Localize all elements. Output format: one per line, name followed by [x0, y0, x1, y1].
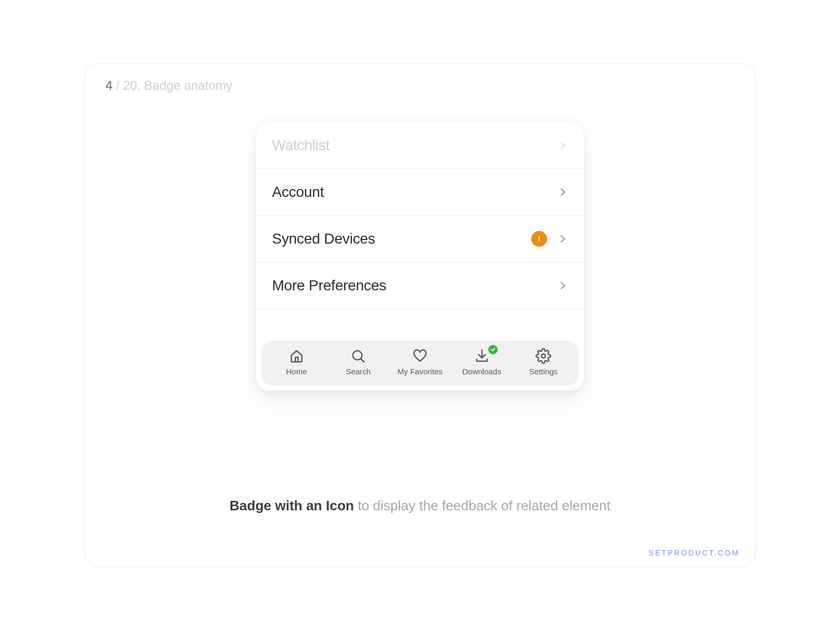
tab-search[interactable]: Search [328, 348, 390, 376]
row-trailing [531, 231, 568, 247]
list-row-more-preferences[interactable]: More Preferences [256, 262, 584, 309]
list-row-label: Synced Devices [272, 230, 375, 247]
tab-label: My Favorites [397, 367, 443, 376]
breadcrumb: 4 / 20. Badge anatomy [106, 78, 233, 93]
chevron-right-icon [556, 233, 568, 245]
breadcrumb-total: 20. Badge anatomy [123, 78, 232, 92]
list-row-account[interactable]: Account [256, 169, 584, 216]
watermark: SETPRODUCT.COM [649, 549, 740, 557]
heart-icon [412, 348, 428, 364]
list-row-synced-devices[interactable]: Synced Devices [256, 216, 584, 262]
tab-label: Settings [529, 367, 558, 376]
slide-canvas: 4 / 20. Badge anatomy Watchlist Account … [84, 63, 756, 567]
chevron-right-icon [556, 140, 568, 151]
tab-label: Home [286, 367, 307, 376]
list-spacer [256, 309, 584, 341]
tab-settings[interactable]: Settings [512, 348, 574, 376]
gear-icon [536, 348, 551, 364]
check-icon [490, 346, 496, 353]
list-row-label: Watchlist [272, 137, 330, 154]
list-row-label: Account [272, 184, 324, 201]
breadcrumb-current: 4 [106, 78, 112, 92]
caption-rest: to display the feedback of related eleme… [354, 498, 611, 513]
home-icon [289, 348, 304, 364]
phone-card: Watchlist Account Synced Devices More Pr… [256, 122, 584, 391]
tab-bar: Home Search My Favorites Downloads Setti… [261, 341, 579, 385]
svg-line-3 [361, 359, 364, 362]
chevron-right-icon [556, 186, 568, 198]
success-badge-icon [487, 344, 499, 355]
list-row-label: More Preferences [272, 277, 386, 294]
row-trailing [556, 280, 568, 291]
exclamation-icon [535, 235, 543, 243]
list-row-watchlist[interactable]: Watchlist [256, 122, 584, 169]
caption: Badge with an Icon to display the feedba… [85, 498, 755, 514]
tab-favorites[interactable]: My Favorites [389, 348, 451, 376]
alert-badge-icon [531, 231, 547, 247]
svg-point-4 [541, 354, 545, 358]
row-trailing [556, 186, 568, 198]
tab-label: Downloads [462, 367, 501, 376]
chevron-right-icon [556, 280, 568, 291]
tab-label: Search [346, 367, 371, 376]
tab-downloads[interactable]: Downloads [451, 348, 513, 376]
breadcrumb-separator: / [112, 78, 123, 92]
tab-home[interactable]: Home [266, 348, 328, 376]
row-trailing [556, 140, 568, 151]
caption-strong: Badge with an Icon [229, 498, 354, 513]
svg-point-1 [539, 240, 540, 242]
search-icon [350, 348, 366, 364]
